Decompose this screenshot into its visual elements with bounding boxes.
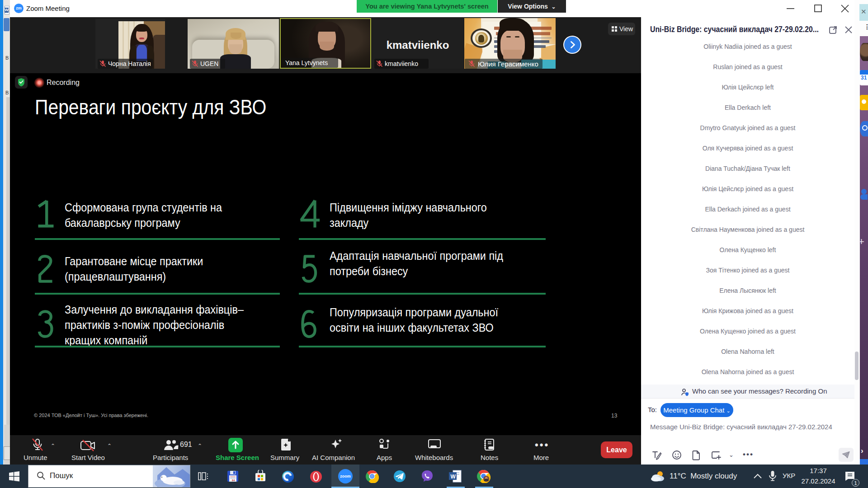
svg-text:64: 64 [232, 479, 235, 482]
svg-text:W: W [451, 474, 456, 480]
